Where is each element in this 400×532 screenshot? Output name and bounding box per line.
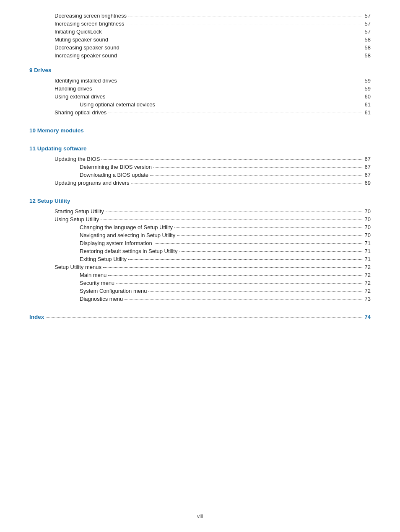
toc-page: 71 bbox=[365, 240, 371, 246]
toc-dots bbox=[110, 40, 363, 40]
toc-page: 57 bbox=[365, 21, 371, 27]
toc-dots bbox=[103, 267, 363, 268]
index-label: Index bbox=[29, 314, 44, 320]
toc-page: 61 bbox=[365, 101, 371, 108]
toc-entry: Using optional external devices 61 bbox=[29, 101, 371, 108]
footer-text: viii bbox=[197, 514, 203, 519]
toc-label: Increasing screen brightness bbox=[55, 21, 124, 27]
toc-page: 67 bbox=[365, 164, 371, 170]
toc-entry: System Configuration menu 72 bbox=[29, 288, 371, 294]
toc-page: 60 bbox=[365, 93, 371, 100]
toc-label: Updating programs and drivers bbox=[55, 180, 129, 186]
toc-label: Handling drives bbox=[55, 85, 92, 92]
toc-dots bbox=[148, 291, 363, 292]
toc-section: 11 Updating software Updating the BIOS 6… bbox=[29, 145, 371, 186]
toc-dots bbox=[128, 16, 363, 16]
toc-entry: Muting speaker sound 58 bbox=[29, 36, 371, 43]
toc-page: 58 bbox=[365, 44, 371, 51]
toc-entry: Determining the BIOS version 67 bbox=[29, 164, 371, 170]
toc-dots bbox=[150, 175, 363, 176]
toc-entry: Diagnostics menu 73 bbox=[29, 296, 371, 302]
toc-dots bbox=[107, 97, 363, 97]
toc-label: System Configuration menu bbox=[80, 288, 147, 294]
toc-entry: Decreasing screen brightness 57 bbox=[29, 13, 371, 19]
toc-dots bbox=[119, 56, 363, 56]
toc-entry: Main menu 72 bbox=[29, 272, 371, 278]
toc-entry: Security menu 72 bbox=[29, 280, 371, 286]
section-heading: 11 Updating software bbox=[29, 145, 371, 152]
toc-label: Using Setup Utility bbox=[55, 216, 99, 222]
toc-entry: Changing the language of Setup Utility 7… bbox=[29, 224, 371, 230]
toc-dots bbox=[119, 81, 363, 81]
toc-entry: Restoring default settings in Setup Util… bbox=[29, 248, 371, 254]
toc-entry: Setup Utility menus 72 bbox=[29, 264, 371, 270]
toc-dots bbox=[128, 259, 363, 260]
toc-label: Setup Utility menus bbox=[55, 264, 101, 270]
toc-label: Using optional external devices bbox=[80, 101, 155, 108]
toc-page: 70 bbox=[365, 208, 371, 214]
index-page: 74 bbox=[365, 314, 371, 320]
toc-page: 72 bbox=[365, 288, 371, 294]
toc-dots bbox=[101, 220, 363, 220]
toc-page: 57 bbox=[365, 13, 371, 19]
toc-entry: Handling drives 59 bbox=[29, 85, 371, 92]
toc-page: 58 bbox=[365, 36, 371, 43]
toc-page: 59 bbox=[365, 77, 371, 84]
toc-page: 59 bbox=[365, 85, 371, 92]
toc-entry: Using Setup Utility 70 bbox=[29, 216, 371, 222]
toc-label: Decreasing screen brightness bbox=[55, 13, 127, 19]
toc-label: Starting Setup Utility bbox=[55, 208, 104, 214]
toc-entry: Downloading a BIOS update 67 bbox=[29, 172, 371, 178]
toc-page: 72 bbox=[365, 280, 371, 286]
toc-label: Initiating QuickLock bbox=[55, 28, 102, 35]
toc-page: 67 bbox=[365, 172, 371, 178]
toc-entry: Navigating and selecting in Setup Utilit… bbox=[29, 232, 371, 238]
toc-dots bbox=[153, 167, 363, 168]
toc-dots bbox=[125, 299, 363, 300]
toc-dots bbox=[177, 235, 363, 236]
toc-dots bbox=[179, 251, 363, 252]
toc-entry: Starting Setup Utility 70 bbox=[29, 208, 371, 214]
toc-dots bbox=[174, 227, 363, 228]
toc-label: Identifying installed drives bbox=[55, 77, 117, 84]
toc-label: Muting speaker sound bbox=[55, 36, 108, 43]
toc-page: 57 bbox=[365, 28, 371, 35]
toc-entry: Increasing screen brightness 57 bbox=[29, 21, 371, 27]
toc-dots bbox=[106, 212, 363, 212]
index-dots bbox=[46, 317, 363, 318]
toc-dots bbox=[108, 113, 363, 113]
page-footer: viii bbox=[0, 514, 400, 519]
index-entry: Index 74 bbox=[29, 314, 371, 320]
toc-entry: Updating the BIOS 67 bbox=[29, 156, 371, 162]
intro-entries: Decreasing screen brightness 57 Increasi… bbox=[29, 13, 371, 59]
toc-dots bbox=[116, 283, 363, 284]
toc-page: 71 bbox=[365, 248, 371, 254]
toc-page: 58 bbox=[365, 52, 371, 59]
section-heading: 12 Setup Utility bbox=[29, 198, 371, 204]
toc-entry: Updating programs and drivers 69 bbox=[29, 180, 371, 186]
toc-entry: Decreasing speaker sound 58 bbox=[29, 44, 371, 51]
toc-label: Determining the BIOS version bbox=[80, 164, 152, 170]
toc-label: Security menu bbox=[80, 280, 114, 286]
toc-dots bbox=[121, 48, 363, 48]
toc-dots bbox=[157, 105, 363, 105]
toc-page: 67 bbox=[365, 156, 371, 162]
section-heading: 10 Memory modules bbox=[29, 127, 371, 134]
toc-label: Using external drives bbox=[55, 93, 105, 100]
toc-entry: Initiating QuickLock 57 bbox=[29, 28, 371, 35]
toc-page: 61 bbox=[365, 109, 371, 116]
section-heading: 9 Drives bbox=[29, 67, 371, 73]
toc-label: Displaying system information bbox=[80, 240, 152, 246]
toc-label: Updating the BIOS bbox=[55, 156, 100, 162]
toc-label: Sharing optical drives bbox=[55, 109, 106, 116]
toc-entry: Using external drives 60 bbox=[29, 93, 371, 100]
toc-entry: Increasing speaker sound 58 bbox=[29, 52, 371, 59]
toc-entry: Exiting Setup Utility 71 bbox=[29, 256, 371, 262]
toc-label: Exiting Setup Utility bbox=[80, 256, 127, 262]
toc-label: Downloading a BIOS update bbox=[80, 172, 148, 178]
toc-dots bbox=[104, 32, 363, 32]
toc-label: Main menu bbox=[80, 272, 106, 278]
toc-label: Navigating and selecting in Setup Utilit… bbox=[80, 232, 175, 238]
toc-label: Decreasing speaker sound bbox=[55, 44, 119, 51]
toc-page: 70 bbox=[365, 224, 371, 230]
